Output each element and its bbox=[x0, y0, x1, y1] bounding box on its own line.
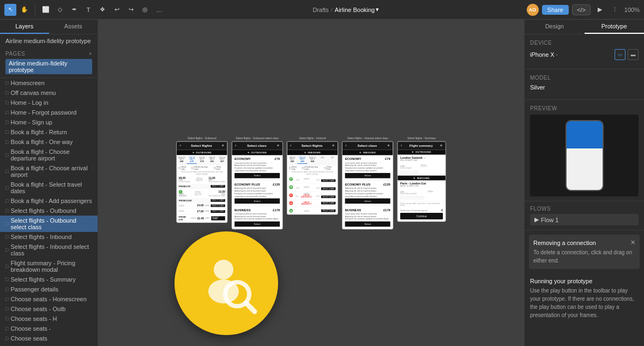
sidebar-item-oneway[interactable]: □Book a flight - One way bbox=[0, 137, 98, 147]
hand-tool-icon[interactable]: ✋ bbox=[19, 4, 31, 16]
economy-select-btn[interactable]: Select bbox=[234, 173, 280, 178]
undo-icon[interactable]: ↩ bbox=[111, 4, 123, 16]
checkbox-direct[interactable] bbox=[179, 167, 181, 169]
breadcrumb-parent[interactable]: Drafts bbox=[312, 7, 328, 13]
fl-select-btn-1-3[interactable]: SELECT CLASS bbox=[211, 204, 225, 207]
close-removing-icon[interactable]: ✕ bbox=[630, 239, 635, 246]
date-3-3[interactable]: MON 11 SEPT £64 bbox=[308, 156, 318, 164]
play-button[interactable]: ▶ bbox=[594, 4, 606, 16]
sidebar-item-arrival[interactable]: □Book a flight - Choose arrival airport bbox=[0, 163, 98, 180]
move-tool-icon[interactable]: ↖ bbox=[4, 4, 16, 16]
flow-item-1[interactable]: ▶ Flow 1 bbox=[530, 214, 639, 225]
sidebar-item-signup[interactable]: □Home - Sign up bbox=[0, 117, 98, 127]
menu-icon-2[interactable]: ≡ bbox=[277, 144, 279, 148]
filter-stopovers-3[interactable]: Include any stop overs bbox=[302, 166, 323, 170]
fl-select-3-1[interactable]: SELECT CLASS bbox=[321, 179, 335, 182]
redo-icon[interactable]: ↪ bbox=[125, 4, 137, 16]
sidebar-item-pricing-modal[interactable]: □Flight summary - Pricing breakdown moda… bbox=[0, 258, 98, 275]
share-button[interactable]: Share bbox=[542, 5, 569, 15]
date-3-2[interactable]: SUN 10 SEPT £48 bbox=[297, 156, 308, 164]
tab-prototype[interactable]: Prototype bbox=[585, 20, 645, 34]
fl-select-btn-1-1[interactable]: SELECT CLASS bbox=[211, 185, 225, 188]
phone-portrait-icon[interactable]: ▭ bbox=[615, 49, 625, 60]
business-select-btn[interactable]: Select bbox=[234, 221, 280, 226]
continue-btn[interactable]: Continue bbox=[400, 213, 443, 219]
zoom-label[interactable]: 100% bbox=[624, 7, 640, 13]
more-tools-icon[interactable]: … bbox=[153, 4, 165, 16]
checkbox-both-3[interactable] bbox=[324, 167, 327, 169]
filter-stopovers[interactable]: Include any stop overs bbox=[191, 166, 212, 170]
eplus4-select-btn[interactable]: Select bbox=[345, 198, 390, 204]
sidebar-item-outbound-class[interactable]: □Select flights - Outbound select class bbox=[0, 216, 98, 232]
tab-layers[interactable]: Layers bbox=[0, 20, 49, 34]
sidebar-item-offcanvas[interactable]: □Off canvas menu bbox=[0, 88, 98, 98]
date-1-3[interactable]: FRI 08 SEPT £79 bbox=[197, 156, 207, 164]
sidebar-item-seats-h[interactable]: □Choose seats - H bbox=[0, 314, 98, 324]
sidebar-item-bags[interactable]: □Select bags bbox=[0, 343, 98, 346]
add-page-icon[interactable]: + bbox=[89, 51, 92, 57]
fl-select-btn-1-4[interactable]: SELECT CLASS bbox=[211, 210, 225, 212]
fl-select-btn-1-5[interactable]: SELECT CLASS bbox=[211, 216, 225, 220]
fl-select-3-4[interactable]: SELECT CLASS bbox=[321, 201, 335, 204]
menu-icon-5[interactable]: ≡ bbox=[440, 144, 442, 148]
sidebar-item-homescreen[interactable]: □Homescreen bbox=[0, 78, 98, 88]
date-1-5[interactable]: SUN 10 SEPT £97 bbox=[217, 156, 227, 164]
tab-design[interactable]: Design bbox=[525, 20, 585, 34]
checkbox-stopovers-3[interactable] bbox=[302, 167, 304, 169]
menu-icon-1[interactable]: ≡ bbox=[222, 144, 224, 148]
sidebar-item-summary[interactable]: □Select flights - Summary bbox=[0, 275, 98, 284]
fl-select-3-5[interactable]: SELECT CLASS bbox=[321, 209, 335, 212]
sidebar-item-seats-home[interactable]: □Choose seats - Homescreen bbox=[0, 294, 98, 304]
checkbox-stopovers[interactable] bbox=[191, 167, 194, 169]
sidebar-item-dates[interactable]: □Book a flight - Select travel dates bbox=[0, 180, 98, 196]
business4-select-btn[interactable]: Select bbox=[345, 221, 390, 226]
sidebar-item-seats-3[interactable]: □Choose seats bbox=[0, 333, 98, 343]
checkbox-direct-3[interactable] bbox=[289, 167, 291, 169]
filter-direct-3[interactable]: Direct only bbox=[289, 166, 300, 170]
sidebar-item-seats-out[interactable]: □Choose seats - Outb bbox=[0, 304, 98, 314]
code-button[interactable]: </> bbox=[572, 4, 591, 15]
date-3-5[interactable]: £57 bbox=[328, 156, 338, 164]
sidebar-item-inbound-class[interactable]: □Select flights - Inbound select class bbox=[0, 242, 98, 258]
fl-select-3-3[interactable]: SELECT CLASS bbox=[321, 195, 335, 198]
device-row: iPhone X · ▭ ▬ bbox=[530, 49, 639, 60]
filter-direct[interactable]: Direct only bbox=[179, 166, 190, 170]
menu-icon-3[interactable]: ≡ bbox=[333, 144, 335, 148]
more-options-icon[interactable]: ⋮ bbox=[609, 4, 621, 16]
pen-tool-icon[interactable]: ✒ bbox=[68, 4, 80, 16]
date-1-4[interactable]: SAT 09 SEPT £81 bbox=[207, 156, 218, 164]
inbound-flight-1: 27 09:00 CDG 1h15m 09:15 LGW bbox=[287, 175, 338, 183]
sidebar-item-departure[interactable]: □Book a flight - Choose departure airpor… bbox=[0, 147, 98, 163]
phone-landscape-icon[interactable]: ▬ bbox=[628, 49, 639, 60]
sidebar-item-outbound[interactable]: □Select flights - Outbound bbox=[0, 206, 98, 216]
page-item-0[interactable]: Airline medium-fidelity prototype bbox=[5, 59, 92, 74]
mask-icon[interactable]: ◎ bbox=[139, 4, 151, 16]
sidebar-item-inbound[interactable]: □Select flights - Inbound bbox=[0, 232, 98, 242]
date-3-1[interactable]: SAT 09 SEPT £62 bbox=[287, 156, 298, 164]
frame-tool-icon[interactable]: ⬜ bbox=[40, 4, 52, 16]
date-1-1[interactable]: MON 05 SEPT £66 bbox=[177, 156, 187, 164]
sidebar-item-passengers[interactable]: □Book a flight - Add passengers bbox=[0, 196, 98, 206]
filter-both[interactable]: Show both bbox=[214, 166, 225, 170]
economy4-select-btn[interactable]: Select bbox=[345, 173, 390, 178]
date-3-4[interactable]: £44 bbox=[317, 156, 328, 164]
shape-tool-icon[interactable]: ◇ bbox=[54, 4, 66, 16]
menu-icon-4[interactable]: ≡ bbox=[388, 144, 390, 148]
sum-class-badge: ECONOMY £7 bbox=[400, 170, 419, 174]
sidebar-item-forgot[interactable]: □Home - Forgot password bbox=[0, 108, 98, 117]
sidebar-item-passenger-details[interactable]: □Passenger details bbox=[0, 284, 98, 294]
fl-select-3-2[interactable]: SELECT CLASS bbox=[321, 187, 335, 190]
filter-both-3[interactable]: Show both bbox=[324, 166, 336, 170]
tab-assets[interactable]: Assets bbox=[49, 20, 98, 34]
breadcrumb-current[interactable]: Airline Booking ▾ bbox=[335, 6, 379, 13]
text-tool-icon[interactable]: T bbox=[82, 4, 94, 16]
eplus-select-btn[interactable]: Select bbox=[234, 198, 280, 204]
date-1-2[interactable]: TUE 06 SEPT £79 bbox=[187, 156, 197, 164]
sidebar-item-seats-2[interactable]: □Choose seats - bbox=[0, 324, 98, 333]
fl-select-btn-1-2[interactable]: SELECT CLASS bbox=[211, 199, 225, 202]
sidebar-item-login[interactable]: □Home - Log in bbox=[0, 98, 98, 108]
fl-arr-time-1-4: 17:20 bbox=[197, 210, 203, 212]
checkbox-both[interactable] bbox=[214, 167, 216, 169]
sidebar-item-return[interactable]: □Book a flight - Return bbox=[0, 127, 98, 137]
component-tool-icon[interactable]: ❖ bbox=[97, 4, 109, 16]
